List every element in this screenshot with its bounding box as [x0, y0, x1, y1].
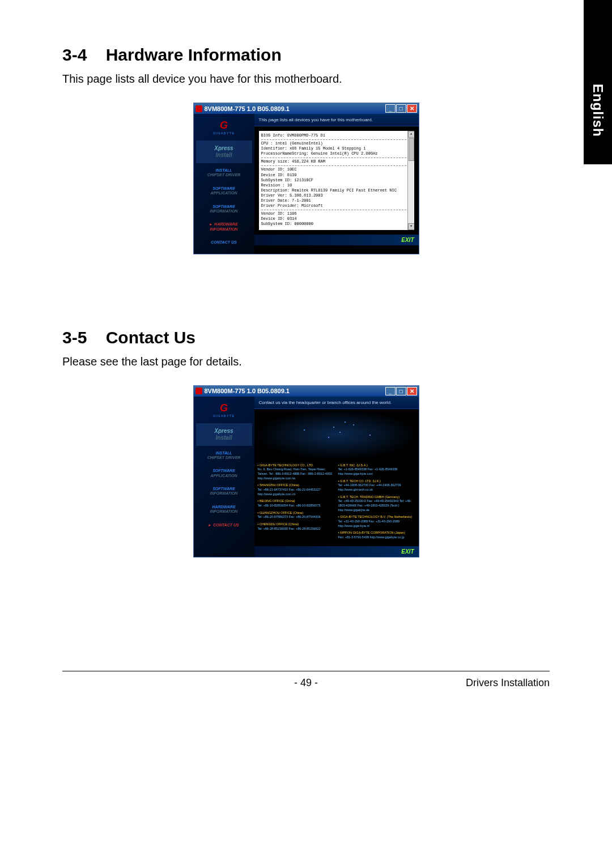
- close-button[interactable]: ✕: [407, 104, 417, 113]
- app-icon: [196, 388, 202, 394]
- menu-software-information[interactable]: SOFTWARE INFORMATION: [196, 483, 252, 500]
- world-map: [254, 409, 419, 460]
- menu-install-chipset[interactable]: INSTALL CHIPSET DRIVER: [196, 448, 252, 464]
- contact-netherlands: • GIGA-BYTE TECHNOLOGY B.V. (The Netherl…: [338, 515, 415, 528]
- hw-dev1-driver-provider: Driver Provider: Microsoft: [261, 203, 412, 209]
- hw-dev2-subsystem: SubSystem ID: 00000000: [261, 222, 412, 227]
- scroll-up-button[interactable]: ▴: [408, 131, 414, 138]
- hw-dev1-driver-ver: Driver Ver: 5.398.613.2003: [261, 193, 412, 198]
- menu-hardware-information[interactable]: HARDWARE INFORMATION: [196, 501, 252, 518]
- menu-software-application[interactable]: SOFTWARE APPLICATION: [196, 183, 252, 199]
- sidebar: G GIGABYTE Xpress Install INSTALL CHIPSE…: [194, 114, 254, 254]
- exit-button[interactable]: EXIT: [401, 548, 414, 555]
- logo-icon: G: [198, 402, 250, 414]
- logo-text: GIGABYTE: [198, 131, 250, 135]
- section-hw-desc: This page lists all device you have for …: [62, 73, 550, 86]
- menu-xpress-install[interactable]: Xpress Install: [196, 141, 252, 163]
- minimize-button[interactable]: _: [385, 104, 396, 113]
- hw-cpu-name: ProcessorNameString: Genuine Intel(R) CP…: [261, 151, 412, 156]
- hw-cpu-identifier: Identifier: x86 Family 15 Model 4 Steppi…: [261, 146, 412, 151]
- contact-window: 8VM800M-775 1.0 B05.0809.1 _ □ ✕ G GIGAB…: [193, 385, 419, 558]
- section-number: 3-4: [62, 45, 87, 64]
- section-contact-desc: Please see the last page for details.: [62, 355, 550, 368]
- footer-bar: EXIT: [254, 235, 419, 245]
- hw-dev1-desc: Description: Realtek RTL8139 Family PCI …: [261, 188, 412, 193]
- divider: [261, 165, 412, 166]
- hw-dev1-revision: Revision : 10: [261, 183, 412, 188]
- menu-contact-us[interactable]: CONTACT US: [196, 520, 252, 531]
- contact-list: • GIGA-BYTE TECHNOLOGY CO., LTD. No. 6, …: [254, 460, 419, 546]
- hw-info-list: BIOS Info: 8VM800PMD-775 D1 CPU : intel …: [259, 131, 414, 230]
- hw-bios: BIOS Info: 8VM800PMD-775 D1: [261, 133, 412, 138]
- logo: G GIGABYTE: [196, 117, 252, 137]
- hw-dev1-subsystem: SubSystem ID: 121310CF: [261, 178, 412, 183]
- logo: G GIGABYTE: [196, 400, 252, 420]
- section-contact-heading: 3-5 Contact Us: [62, 328, 550, 347]
- footer-label: Drivers Installation: [466, 677, 550, 689]
- hw-dev2-device: Device ID: 0314: [261, 216, 412, 222]
- hw-info-window: 8VM800M-775 1.0 B05.0809.1 _ □ ✕ G GIGAB…: [193, 103, 419, 254]
- main-panel: This page lists all devices you have for…: [254, 114, 419, 254]
- main-panel: Contact us via the headquarter or branch…: [254, 397, 419, 557]
- section-number: 3-5: [62, 328, 87, 347]
- contact-shanghai: • SHANGHAI OFFICE (China) Tel: +86-21-64…: [258, 483, 335, 496]
- section-hw-heading: 3-4 Hardware Information: [62, 45, 550, 65]
- maximize-button[interactable]: □: [396, 387, 406, 395]
- divider: [261, 158, 412, 158]
- hw-memory: Memory size: 458,224 KB RAM: [261, 159, 412, 164]
- minimize-button[interactable]: _: [385, 387, 396, 395]
- contact-taiwan: • GIGA-BYTE TECHNOLOGY CO., LTD. No. 6, …: [258, 463, 335, 481]
- divider: [261, 139, 412, 140]
- menu-install-chipset[interactable]: INSTALL CHIPSET DRIVER: [196, 165, 252, 181]
- hw-dev2-vendor: Vendor ID: 1106: [261, 211, 412, 216]
- sidebar: G GIGABYTE Xpress Install INSTALL CHIPSE…: [194, 397, 254, 557]
- contact-usa: • G.B.T. INC. (U.S.A.) Tel: +1-626-85493…: [338, 463, 415, 476]
- divider: [261, 210, 412, 210]
- hw-banner: This page lists all devices you have for…: [254, 114, 419, 126]
- menu-contact-us[interactable]: CONTACT US: [196, 237, 252, 248]
- scroll-down-button[interactable]: ▾: [408, 223, 414, 230]
- contact-germany: • G.B.T. TECH. TRADING GMBH (Germany) Te…: [338, 495, 415, 513]
- section-title: Contact Us: [106, 328, 196, 347]
- footer-bar: EXIT: [254, 546, 419, 557]
- window-title: 8VM800M-775 1.0 B05.0809.1: [205, 105, 290, 112]
- logo-icon: G: [198, 120, 250, 131]
- menu-software-information[interactable]: SOFTWARE INFORMATION: [196, 201, 252, 218]
- close-button[interactable]: ✕: [407, 387, 417, 395]
- hw-cpu-brand: CPU : intel (GenuineIntel): [261, 141, 412, 146]
- section-title: Hardware Information: [106, 45, 282, 64]
- scrollbar[interactable]: ▴ ▾: [407, 131, 414, 230]
- page-footer: - 49 - Drivers Installation: [62, 671, 550, 689]
- hw-dev1-device: Device ID: 8139: [261, 173, 412, 178]
- page-number: - 49 -: [294, 677, 318, 689]
- contact-japan: • NIPPON GIGA-BYTE CORPORATION (Japan) F…: [338, 531, 415, 539]
- hw-dev1-driver-date: Driver Date: 7-1-2001: [261, 198, 412, 203]
- logo-text: GIGABYTE: [198, 414, 250, 418]
- contact-banner: Contact us via the headquarter or branch…: [254, 397, 419, 409]
- window-title: 8VM800M-775 1.0 B05.0809.1: [205, 388, 290, 394]
- exit-button[interactable]: EXIT: [401, 237, 414, 243]
- app-icon: [196, 105, 202, 112]
- menu-software-application[interactable]: SOFTWARE APPLICATION: [196, 465, 252, 482]
- titlebar: 8VM800M-775 1.0 B05.0809.1 _ □ ✕: [194, 103, 419, 114]
- maximize-button[interactable]: □: [396, 104, 406, 113]
- titlebar: 8VM800M-775 1.0 B05.0809.1 _ □ ✕: [194, 386, 419, 397]
- contact-uk: • G.B.T. TECH CO. LTD. (U.K.) Tel: +44-1…: [338, 479, 415, 492]
- menu-hardware-information[interactable]: HARDWARE INFORMATION: [196, 219, 252, 235]
- contact-guangzhou: • GUANGZHOU OFFICE (China) Tel: +86-20-8…: [258, 511, 335, 520]
- hw-dev1-vendor: Vendor ID: 10EC: [261, 167, 412, 172]
- contact-chengdu: • CHENGDU OFFICE (China) Tel: +86-28-852…: [258, 522, 335, 531]
- menu-xpress-install[interactable]: Xpress Install: [196, 423, 252, 446]
- scroll-thumb[interactable]: [409, 138, 414, 161]
- contact-beijing: • BEIJING OFFICE (China) Tel: +86-10-828…: [258, 499, 335, 508]
